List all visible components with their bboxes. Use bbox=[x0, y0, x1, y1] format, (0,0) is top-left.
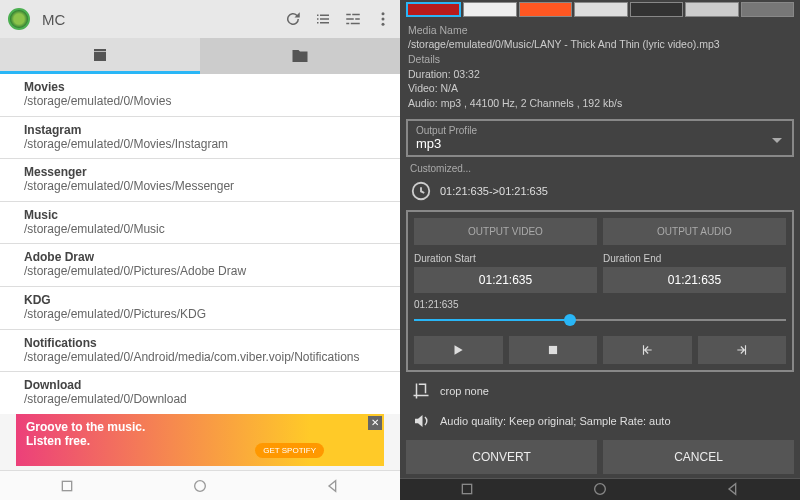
tab-videos[interactable] bbox=[0, 38, 200, 74]
svg-rect-3 bbox=[62, 481, 71, 490]
tab-folders[interactable] bbox=[200, 38, 400, 74]
crop-text: crop none bbox=[440, 385, 489, 397]
duration-start-value[interactable]: 01:21:635 bbox=[414, 267, 597, 293]
media-video: Video: N/A bbox=[408, 81, 792, 96]
convert-button[interactable]: CONVERT bbox=[406, 440, 597, 474]
nav-back-icon[interactable] bbox=[325, 478, 341, 494]
nav-bar-right bbox=[400, 478, 800, 500]
edit-panel: OUTPUT VIDEO OUTPUT AUDIO Duration Start… bbox=[406, 210, 794, 372]
play-button[interactable] bbox=[414, 336, 503, 364]
slider-knob[interactable] bbox=[564, 314, 576, 326]
ad-cta[interactable]: GET SPOTIFY bbox=[255, 443, 324, 458]
folder-row[interactable]: Notifications/storage/emulated/0/Android… bbox=[0, 330, 400, 373]
thumbnail[interactable] bbox=[630, 2, 683, 17]
folder-name: Adobe Draw bbox=[24, 250, 386, 264]
folder-name: Notifications bbox=[24, 336, 386, 350]
ad-line1: Groove to the music. bbox=[26, 420, 374, 434]
mark-start-button[interactable] bbox=[603, 336, 692, 364]
app-logo bbox=[8, 8, 30, 30]
folder-row[interactable]: Instagram/storage/emulated/0/Movies/Inst… bbox=[0, 117, 400, 160]
folder-path: /storage/emulated/0/Movies bbox=[24, 94, 386, 110]
svg-point-0 bbox=[382, 12, 385, 15]
stop-button[interactable] bbox=[509, 336, 598, 364]
nav-bar-left bbox=[0, 470, 400, 500]
thumbnail[interactable] bbox=[574, 2, 627, 17]
nav-recent-icon[interactable] bbox=[59, 478, 75, 494]
nav-back-icon[interactable] bbox=[725, 481, 741, 497]
folder-path: /storage/emulated/0/Pictures/KDG bbox=[24, 307, 386, 323]
tabs bbox=[0, 38, 400, 74]
folder-path: /storage/emulated/0/Android/media/com.vi… bbox=[24, 350, 386, 366]
crop-icon bbox=[412, 382, 430, 400]
folder-row[interactable]: Download/storage/emulated/0/Download bbox=[0, 372, 400, 414]
speaker-icon bbox=[412, 412, 430, 430]
svg-point-1 bbox=[382, 18, 385, 21]
right-pane: Media Name /storage/emulated/0/Music/LAN… bbox=[400, 0, 800, 500]
thumbnail[interactable] bbox=[685, 2, 738, 17]
folder-path: /storage/emulated/0/Music bbox=[24, 222, 386, 238]
media-info: Media Name /storage/emulated/0/Music/LAN… bbox=[400, 19, 800, 115]
thumbnail-strip bbox=[400, 0, 800, 19]
customized-link[interactable]: Customized... bbox=[400, 161, 800, 176]
folder-path: /storage/emulated/0/Download bbox=[24, 392, 386, 408]
audio-quality-row[interactable]: Audio quality: Keep original; Sample Rat… bbox=[400, 406, 800, 436]
folder-row[interactable]: Adobe Draw/storage/emulated/0/Pictures/A… bbox=[0, 244, 400, 287]
output-profile-select[interactable]: Output Profile mp3 bbox=[406, 119, 794, 157]
thumbnail[interactable] bbox=[519, 2, 572, 17]
duration-start-label: Duration Start bbox=[414, 253, 597, 264]
thumbnail[interactable] bbox=[406, 2, 461, 17]
folder-row[interactable]: Messenger/storage/emulated/0/Movies/Mess… bbox=[0, 159, 400, 202]
svg-point-4 bbox=[195, 480, 206, 491]
folder-name: Instagram bbox=[24, 123, 386, 137]
folder-name: Movies bbox=[24, 80, 386, 94]
nav-home-icon[interactable] bbox=[192, 478, 208, 494]
output-video-button[interactable]: OUTPUT VIDEO bbox=[414, 218, 597, 245]
app-title: MC bbox=[42, 11, 272, 28]
nav-recent-icon[interactable] bbox=[459, 481, 475, 497]
list-icon[interactable] bbox=[314, 10, 332, 28]
duration-end-label: Duration End bbox=[603, 253, 786, 264]
media-path: /storage/emulated/0/Music/LANY - Thick A… bbox=[408, 37, 792, 52]
folder-row[interactable]: Music/storage/emulated/0/Music bbox=[0, 202, 400, 245]
time-slider[interactable] bbox=[414, 312, 786, 328]
duration-end-value[interactable]: 01:21:635 bbox=[603, 267, 786, 293]
chevron-down-icon bbox=[772, 138, 782, 148]
svg-point-7 bbox=[595, 484, 606, 495]
thumbnail[interactable] bbox=[463, 2, 516, 17]
ad-banner[interactable]: Groove to the music. Listen free. GET SP… bbox=[16, 414, 384, 466]
svg-rect-5 bbox=[549, 346, 557, 354]
profile-label: Output Profile bbox=[416, 125, 784, 136]
output-audio-button[interactable]: OUTPUT AUDIO bbox=[603, 218, 786, 245]
cancel-button[interactable]: CANCEL bbox=[603, 440, 794, 474]
slider-time-label: 01:21:635 bbox=[414, 299, 786, 310]
folder-row[interactable]: Movies/storage/emulated/0/Movies bbox=[0, 74, 400, 117]
details-label: Details bbox=[408, 52, 792, 67]
nav-home-icon[interactable] bbox=[592, 481, 608, 497]
media-audio: Audio: mp3 , 44100 Hz, 2 Channels , 192 … bbox=[408, 96, 792, 111]
ad-close-icon[interactable]: ✕ bbox=[368, 416, 382, 430]
media-name-label: Media Name bbox=[408, 23, 792, 38]
more-icon[interactable] bbox=[374, 10, 392, 28]
folder-list[interactable]: Movies/storage/emulated/0/MoviesInstagra… bbox=[0, 74, 400, 414]
folder-name: Messenger bbox=[24, 165, 386, 179]
folder-name: KDG bbox=[24, 293, 386, 307]
folder-name: Download bbox=[24, 378, 386, 392]
audio-quality-text: Audio quality: Keep original; Sample Rat… bbox=[440, 415, 671, 427]
time-range-row: 01:21:635->01:21:635 bbox=[400, 176, 800, 206]
folder-path: /storage/emulated/0/Movies/Messenger bbox=[24, 179, 386, 195]
settings-icon[interactable] bbox=[344, 10, 362, 28]
media-duration: Duration: 03:32 bbox=[408, 67, 792, 82]
mark-end-button[interactable] bbox=[698, 336, 787, 364]
folder-name: Music bbox=[24, 208, 386, 222]
thumbnail[interactable] bbox=[741, 2, 794, 17]
svg-point-2 bbox=[382, 23, 385, 26]
folder-row[interactable]: KDG/storage/emulated/0/Pictures/KDG bbox=[0, 287, 400, 330]
left-pane: MC Movies/storage/emulated/0/MoviesInsta… bbox=[0, 0, 400, 500]
folder-path: /storage/emulated/0/Movies/Instagram bbox=[24, 137, 386, 153]
crop-row[interactable]: crop none bbox=[400, 376, 800, 406]
timer-icon[interactable] bbox=[410, 180, 432, 202]
refresh-icon[interactable] bbox=[284, 10, 302, 28]
time-range: 01:21:635->01:21:635 bbox=[440, 185, 548, 197]
app-header: MC bbox=[0, 0, 400, 38]
folder-path: /storage/emulated/0/Pictures/Adobe Draw bbox=[24, 264, 386, 280]
